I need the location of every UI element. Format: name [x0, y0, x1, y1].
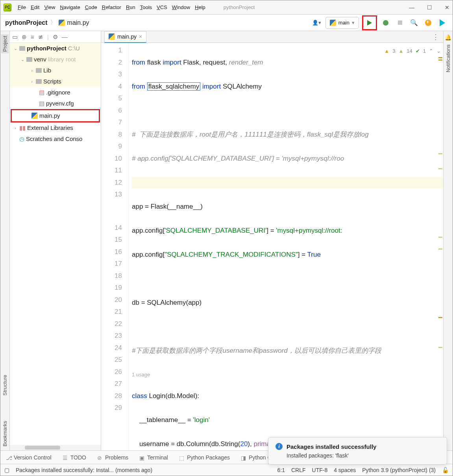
tree-item-label: Scripts — [43, 76, 61, 87]
project-h-scrollbar[interactable] — [10, 445, 101, 450]
indent-setting[interactable]: 4 spaces — [334, 467, 356, 473]
window-project-label: pythonProject — [224, 4, 255, 10]
breadcrumb-project[interactable]: pythonProject — [5, 19, 48, 26]
breadcrumb-file[interactable]: main.py — [67, 19, 89, 26]
tab-structure[interactable]: Structure — [2, 375, 8, 396]
toolwin-problems[interactable]: ⊘Problems — [97, 454, 128, 461]
search-button[interactable]: 🔍 — [409, 17, 420, 28]
maximize-button[interactable]: ☐ — [427, 4, 432, 11]
gear-icon[interactable]: ⚙ — [53, 33, 58, 41]
tab-bookmarks[interactable]: Bookmarks — [2, 421, 8, 446]
code-with-me-icon — [440, 19, 445, 26]
info-icon: i — [275, 443, 283, 450]
scrollbar-thumb[interactable] — [25, 446, 60, 450]
breadcrumb[interactable]: pythonProject 〉 main.py — [5, 19, 89, 27]
code-editor[interactable]: ▲3 ▲14 ✔1 ⌃⌄ 12345678910111213 141516171… — [101, 43, 443, 450]
line-separator[interactable]: CRLF — [291, 467, 306, 473]
menu-run[interactable]: Run — [126, 4, 135, 10]
menu-navigate[interactable]: Navigate — [60, 4, 80, 10]
tree-lib[interactable]: › Lib — [10, 65, 101, 76]
user-icon[interactable]: 👤▾ — [311, 17, 322, 28]
tree-root-hint: C:\U — [68, 43, 80, 54]
project-select-icon[interactable]: ▭ — [12, 33, 18, 41]
status-message[interactable]: Packages installed successfully: Instal.… — [16, 467, 271, 473]
stop-icon — [398, 20, 402, 25]
tree-item-label: External Libraries — [27, 122, 73, 133]
main-menu: File Edit View Navigate Code Refactor Ru… — [18, 4, 205, 10]
bell-icon[interactable]: 🔔 — [445, 34, 451, 41]
notification-toast[interactable]: iPackages installed successfully Install… — [268, 437, 447, 465]
close-button[interactable]: ✕ — [445, 4, 449, 11]
inspection-widget[interactable]: ▲3 ▲14 ✔1 ⌃⌄ — [384, 45, 441, 57]
hide-pane-icon[interactable]: — — [62, 33, 68, 40]
code-with-me-button[interactable] — [437, 17, 448, 28]
tree-item-label: .gitignore — [46, 87, 70, 98]
status-toggle-icon[interactable]: ▢ — [4, 467, 9, 473]
file-encoding[interactable]: UTF-8 — [312, 467, 328, 473]
tree-external-libraries[interactable]: ›▮▮ External Libraries — [10, 122, 101, 133]
tab-notifications[interactable]: Notifications — [445, 44, 451, 72]
tree-pyvenv[interactable]: ▤ pyvenv.cfg — [10, 98, 101, 109]
toast-subtitle: Installed packages: 'flask' — [287, 452, 440, 459]
folder-icon — [19, 46, 25, 51]
tree-scripts[interactable]: › Scripts — [10, 76, 101, 87]
python-file-icon — [31, 113, 38, 119]
toolwin-python-packages[interactable]: ⬚Python Packages — [179, 454, 230, 461]
expand-icon[interactable]: ≡ — [31, 33, 34, 40]
toolwin-todo[interactable]: ☰TODO — [63, 454, 86, 461]
menu-refactor[interactable]: Refactor — [102, 4, 121, 10]
editor-area: main.py × ⋮ ▲3 ▲14 ✔1 ⌃⌄ 123456789101112… — [101, 31, 443, 450]
tree-root[interactable]: ⌄ pythonProject C:\U — [10, 43, 101, 54]
tree-main[interactable]: main.py — [12, 110, 99, 121]
menu-edit[interactable]: Edit — [31, 4, 39, 10]
python-interpreter[interactable]: Python 3.9 (pythonProject) (3) — [362, 467, 436, 473]
toolwin-version-control[interactable]: ⎇Version Control — [6, 454, 52, 461]
run-button[interactable] — [364, 17, 375, 28]
menu-help[interactable]: Help — [195, 4, 205, 10]
editor-tabs-more-icon[interactable]: ⋮ — [432, 33, 443, 41]
minimize-button[interactable]: — — [409, 4, 414, 11]
warning-icon: ▲ — [384, 45, 389, 57]
debug-button[interactable] — [380, 17, 391, 28]
toolwin-terminal[interactable]: ▣Terminal — [139, 454, 168, 461]
menu-window[interactable]: Window — [172, 4, 190, 10]
close-tab-icon[interactable]: × — [139, 33, 142, 40]
left-gutter-tabs: Project Structure Bookmarks — [0, 31, 10, 450]
tree-main-highlighted: main.py — [11, 109, 100, 122]
locate-icon[interactable]: ⊕ — [22, 33, 27, 41]
tree-root-name: pythonProject — [27, 43, 67, 54]
tree-gitignore[interactable]: ▤ .gitignore — [10, 87, 101, 98]
project-tree[interactable]: ⌄ pythonProject C:\U ⌄ venv library root… — [10, 43, 101, 445]
packages-icon: ⬚ — [179, 455, 185, 460]
problems-icon: ⊘ — [97, 455, 103, 460]
libraries-icon: ▮▮ — [19, 122, 26, 133]
tree-venv[interactable]: ⌄ venv library root — [10, 54, 101, 65]
caret-position[interactable]: 6:1 — [277, 467, 285, 473]
stop-button[interactable] — [394, 17, 405, 28]
editor-tab-main[interactable]: main.py × — [104, 31, 146, 43]
chevron-up-icon[interactable]: ⌃ — [429, 45, 433, 57]
updates-button[interactable] — [423, 17, 434, 28]
run-config-selector[interactable]: main ▾ — [325, 17, 359, 29]
titlebar: PC File Edit View Navigate Code Refactor… — [0, 0, 453, 15]
menu-code[interactable]: Code — [85, 4, 97, 10]
tab-project[interactable]: Project — [1, 34, 9, 53]
lock-icon[interactable]: 🔓 — [442, 467, 449, 473]
collapse-icon[interactable]: ≢ — [38, 33, 43, 41]
line-gutter[interactable]: 12345678910111213 1415161718192021222324… — [101, 43, 129, 450]
python-file-icon — [59, 20, 65, 26]
project-pane: ▭ ⊕ ≡ ≢ | ⚙ — ⌄ pythonProject C:\U ⌄ ven… — [10, 31, 101, 450]
tree-venv-hint: library root — [48, 54, 76, 65]
tree-scratches[interactable]: ◷ Scratches and Conso — [10, 133, 101, 144]
navigation-toolbar: pythonProject 〉 main.py 👤▾ main ▾ 🔍 — [0, 15, 453, 31]
error-stripe[interactable] — [438, 43, 443, 450]
status-bar: ▢ Packages installed successfully: Insta… — [0, 464, 453, 476]
project-pane-header: ▭ ⊕ ≡ ≢ | ⚙ — — [10, 31, 101, 43]
menu-tools[interactable]: Tools — [140, 4, 152, 10]
menu-file[interactable]: File — [18, 4, 26, 10]
terminal-icon: ▣ — [139, 455, 145, 460]
code-content[interactable]: from flask import Flask, request, render… — [129, 43, 443, 450]
tree-venv-name: venv — [34, 54, 46, 65]
menu-vcs[interactable]: VCS — [157, 4, 167, 10]
menu-view[interactable]: View — [44, 4, 55, 10]
